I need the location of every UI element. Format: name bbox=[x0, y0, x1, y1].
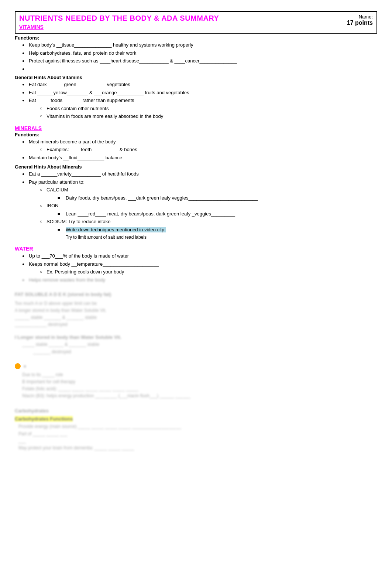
sodium-highlight: Write down techniques mentioned in video… bbox=[66, 227, 166, 232]
blurred-line: May protect your brain from dementia: __… bbox=[18, 445, 377, 452]
blurred-line: B Important for cell therapy bbox=[22, 378, 377, 385]
calcium-item: CALCIUM Dairy foods, dry beans/peas, ___… bbox=[40, 186, 377, 201]
list-item: Most minerals become a part of the body … bbox=[22, 138, 377, 153]
list-item: Lean ____red____ meat, dry beans/peas, d… bbox=[58, 210, 377, 218]
blurred-section-2: I Longer stored in body than Water Solub… bbox=[15, 334, 377, 355]
list-item: Dairy foods, dry beans/peas, ___dark gre… bbox=[58, 194, 377, 202]
list-item: Eat ______yellow________ & ___orange____… bbox=[22, 89, 377, 96]
minerals-functions-list: Most minerals become a part of the body … bbox=[15, 138, 377, 161]
blurred-line: _______ destroyed bbox=[22, 348, 377, 355]
list-item: Vitamins in foods are more easily absorb… bbox=[40, 113, 377, 120]
blurred-line: _____________ destroyed bbox=[15, 321, 377, 328]
iron-sub: Lean ____red____ meat, dry beans/peas, d… bbox=[47, 210, 377, 218]
water-section: WATER Up to ___70___% of the body is mad… bbox=[15, 246, 377, 283]
minerals-functions-label: Functions: bbox=[15, 132, 377, 137]
minerals-section: MINERALS Functions: Most minerals become… bbox=[15, 125, 377, 241]
list-item: Keeps normal body __temperature_________… bbox=[22, 261, 377, 276]
orange-dot-icon bbox=[15, 363, 21, 369]
blurred-carbs-content: Provide energy (main source) _____ _____… bbox=[15, 423, 377, 452]
orange-dot-section: ● Due to its _____ role B Important for … bbox=[15, 363, 377, 400]
blurred-heading-1: FAT SOLUBLE A D E K (stored in body fat) bbox=[15, 291, 377, 299]
blurred-line: Provide energy (main source) _____ _____… bbox=[18, 423, 377, 430]
water-title: WATER bbox=[15, 246, 377, 252]
minerals-hints-list: Eat a ______variety___________ of health… bbox=[15, 170, 377, 241]
list-item: Examples: ____teeth__________ & bones bbox=[40, 146, 377, 153]
list-item: Eat a ______variety___________ of health… bbox=[22, 170, 377, 178]
list-item: Up to ___70___% of the body is made of w… bbox=[22, 252, 377, 260]
carbs-highlight-text: Carbohydrates Functions bbox=[15, 416, 73, 422]
blurred-carbs-section: Carbohydrates Carbohydrates Functions Pr… bbox=[15, 407, 377, 452]
list-item: Help carbohydrates, fats, and protein do… bbox=[22, 50, 377, 57]
list-item: Ex. Perspiring cools down your body bbox=[40, 268, 377, 276]
vitamins-section: Functions: Keep body's __tissue_________… bbox=[15, 35, 377, 120]
vitamins-functions-list: Keep body's __tissue______________ healt… bbox=[15, 41, 377, 72]
blurred-line: Due to its _____ role bbox=[22, 371, 377, 378]
list-item: Maintain body's __fluid__________ balanc… bbox=[22, 154, 377, 161]
vitamins-hints-title: General Hints About Vitamins bbox=[15, 75, 377, 80]
blurred-line: _____ stable ______ & _______ stable bbox=[22, 341, 377, 348]
list-item: Keep body's __tissue______________ healt… bbox=[22, 41, 377, 49]
vitamins-functions-label: Functions: bbox=[15, 35, 377, 41]
list-item: Helps remove wastes from the body bbox=[22, 276, 377, 284]
calcium-sub: Dairy foods, dry beans/peas, ___dark gre… bbox=[47, 194, 377, 202]
main-title: NUTRIENTS NEEDED BY THE BODY & ADA Summa… bbox=[19, 14, 219, 31]
list-item: Eat _____foods_______ rather than supple… bbox=[22, 97, 377, 120]
blurred-line: Folate (folic acid): _____ _____ _____ _… bbox=[22, 385, 377, 392]
blurred-line: ______ stable _______ & _______ stable bbox=[15, 314, 377, 321]
minerals-hints-title: General Hints About Minerals bbox=[15, 164, 377, 170]
blurred-line: A longer stored in body than Water Solub… bbox=[15, 307, 377, 314]
minerals-title: MINERALS bbox=[15, 125, 377, 131]
blurred-carbs-highlight-row: Carbohydrates Functions bbox=[15, 416, 377, 422]
list-item: Foods contain other nutrients bbox=[40, 105, 377, 112]
blurred-orange-content: Due to its _____ role B Important for ce… bbox=[15, 371, 377, 400]
blurred-line: Niacin (B3): helps energy production ___… bbox=[22, 392, 377, 399]
list-item: Write down techniques mentioned in video… bbox=[58, 226, 377, 234]
header-box: NUTRIENTS NEEDED BY THE BODY & ADA Summa… bbox=[15, 11, 377, 34]
sodium-note: Try to limit amount of salt and read lab… bbox=[47, 234, 377, 241]
list-item: Eat dark ______green___________ vegetabl… bbox=[22, 81, 377, 88]
list-item: Pay particular attention to: CALCIUM Dai… bbox=[22, 178, 377, 241]
sodium-sub: Write down techniques mentioned in video… bbox=[47, 226, 377, 234]
blurred-carbs-heading: Carbohydrates bbox=[15, 407, 377, 415]
blurred-line: ___ bbox=[18, 438, 377, 445]
blurred-section-1: FAT SOLUBLE A D E K (stored in body fat)… bbox=[15, 291, 377, 329]
iron-item: IRON Lean ____red____ meat, dry beans/pe… bbox=[40, 202, 377, 217]
blurred-heading-2: I Longer stored in body than Water Solub… bbox=[15, 334, 377, 341]
vitamins-hints-list: Eat dark ______green___________ vegetabl… bbox=[15, 81, 377, 120]
list-item: Protect against illnesses such as ____he… bbox=[22, 57, 377, 65]
minerals-function-sub: Examples: ____teeth__________ & bones bbox=[29, 146, 377, 153]
blurred-line: Part of _____ _____ ___ bbox=[18, 431, 377, 438]
list-item bbox=[22, 65, 377, 73]
water-bullets: Up to ___70___% of the body is made of w… bbox=[15, 252, 377, 283]
name-points-area: Name: 17 points bbox=[314, 14, 373, 26]
blurred-line: Too much A or D above upper limit can be bbox=[15, 300, 377, 307]
minerals-attention-list: CALCIUM Dairy foods, dry beans/peas, ___… bbox=[29, 186, 377, 241]
water-sub: Ex. Perspiring cools down your body bbox=[29, 268, 377, 276]
vitamins-sub-hints: Foods contain other nutrients Vitamins i… bbox=[29, 105, 377, 120]
sodium-item: SODIUM: Try to reduce intake Write down … bbox=[40, 218, 377, 241]
